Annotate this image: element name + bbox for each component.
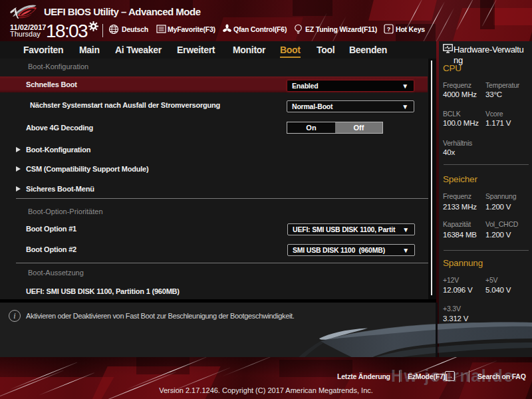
svg-text:?: ? [387, 26, 391, 33]
